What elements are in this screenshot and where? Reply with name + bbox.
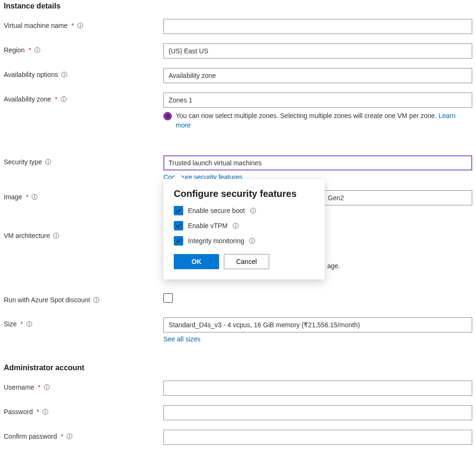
vtpm-label: Enable vTPM: [188, 222, 228, 230]
integrity-label: Integrity monitoring: [188, 237, 244, 245]
rocket-icon: [163, 112, 172, 120]
row-availability-zone: Availability zone * Zones 1 You can now …: [4, 93, 472, 130]
row-size: Size * Standard_D4s_v3 - 4 vcpus, 16 GiB…: [4, 317, 472, 343]
info-icon[interactable]: [53, 232, 60, 239]
vm-name-input[interactable]: [163, 19, 472, 34]
integrity-checkbox[interactable]: [174, 236, 183, 246]
password-input[interactable]: [163, 405, 472, 420]
info-icon[interactable]: [61, 71, 68, 78]
section-instance-details: Instance details: [4, 2, 472, 10]
configure-security-popover: Configure security features Enable secur…: [163, 179, 325, 280]
chevron-down-icon: [461, 160, 467, 166]
row-vm-name: Virtual machine name *: [4, 19, 472, 34]
size-label: Size: [4, 320, 17, 328]
chevron-down-icon: [461, 73, 467, 78]
availability-options-label: Availability options: [4, 71, 58, 78]
info-icon[interactable]: [249, 238, 255, 244]
info-icon[interactable]: [250, 207, 256, 214]
popover-ok-button[interactable]: OK: [174, 254, 219, 269]
required-asterisk: *: [38, 383, 41, 391]
row-spot: Run with Azure Spot discount: [4, 293, 472, 304]
vm-architecture-label: VM architecture: [4, 232, 50, 239]
row-username: Username *: [4, 381, 472, 396]
required-asterisk: *: [28, 46, 31, 54]
size-select[interactable]: Standard_D4s_v3 - 4 vcpus, 16 GiB memory…: [163, 317, 472, 332]
security-type-select[interactable]: Trusted launch virtual machines: [163, 155, 472, 170]
secure-boot-checkbox[interactable]: [174, 206, 183, 215]
info-icon[interactable]: [77, 22, 84, 29]
zones-helper-text: You can now select multiple zones. Selec…: [176, 112, 439, 119]
required-asterisk: *: [55, 95, 57, 103]
info-icon[interactable]: [43, 384, 50, 391]
required-asterisk: *: [20, 320, 23, 328]
info-icon[interactable]: [45, 159, 51, 165]
row-region: Region * (US) East US: [4, 43, 472, 59]
row-password: Password *: [4, 405, 472, 420]
chevron-down-icon: [461, 322, 467, 328]
info-icon[interactable]: [60, 96, 67, 102]
region-label: Region: [4, 46, 25, 54]
username-label: Username: [4, 383, 34, 391]
spot-label: Run with Azure Spot discount: [4, 296, 90, 304]
secure-boot-label: Enable secure boot: [188, 207, 245, 214]
row-security-type: Security type Trusted launch virtual mac…: [4, 155, 472, 181]
vm-name-label: Virtual machine name: [4, 22, 68, 29]
info-icon[interactable]: [34, 47, 41, 53]
popover-title: Configure security features: [174, 188, 314, 199]
vtpm-checkbox[interactable]: [174, 221, 183, 230]
username-input[interactable]: [163, 381, 472, 396]
zones-helper: You can now select multiple zones. Selec…: [163, 111, 472, 130]
required-asterisk: *: [36, 408, 39, 416]
info-icon[interactable]: [26, 321, 33, 327]
info-icon[interactable]: [31, 194, 38, 200]
info-icon[interactable]: [93, 297, 100, 303]
chevron-down-icon: [461, 48, 467, 54]
required-asterisk: *: [71, 22, 74, 29]
security-type-label: Security type: [4, 158, 42, 166]
availability-zone-label: Availability zone: [4, 95, 51, 103]
image-label: Image: [4, 193, 22, 201]
info-icon[interactable]: [66, 433, 73, 440]
spot-checkbox[interactable]: [163, 293, 173, 303]
see-all-sizes-link[interactable]: See all sizes: [163, 335, 201, 343]
availability-options-select[interactable]: Availability zone: [163, 68, 472, 83]
required-asterisk: *: [61, 433, 63, 440]
password-label: Password: [4, 408, 33, 416]
availability-zone-select[interactable]: Zones 1: [163, 93, 472, 108]
required-asterisk: *: [26, 193, 28, 201]
row-availability-options: Availability options Availability zone: [4, 68, 472, 83]
confirm-password-input[interactable]: [163, 430, 472, 445]
section-admin-account: Administrator account: [4, 364, 472, 372]
confirm-password-label: Confirm password: [4, 433, 57, 440]
info-icon[interactable]: [232, 222, 239, 229]
region-select[interactable]: (US) East US: [163, 43, 472, 59]
row-confirm-password: Confirm password *: [4, 430, 472, 445]
chevron-down-icon: [461, 97, 467, 103]
info-icon[interactable]: [42, 408, 49, 415]
popover-cancel-button[interactable]: Cancel: [224, 254, 269, 269]
